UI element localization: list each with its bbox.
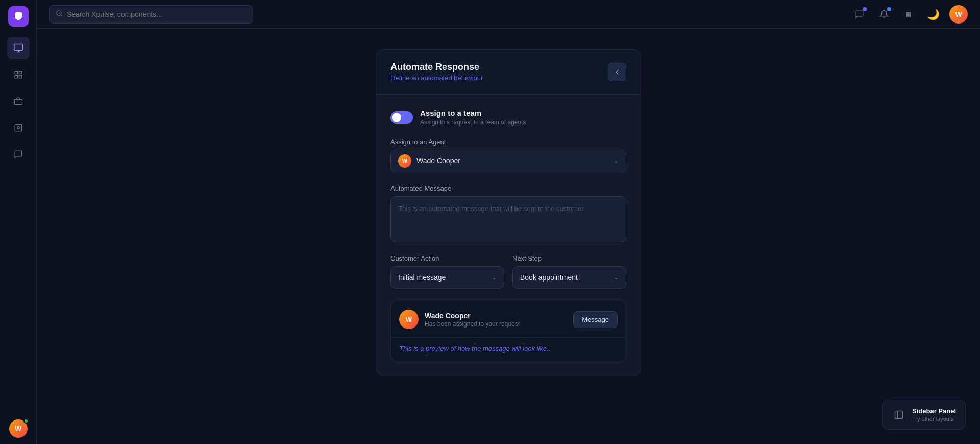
assign-team-row: Assign to a team Assign this request to …	[390, 109, 626, 126]
action-step-row: Customer Action Initial message ⌄ Next S…	[390, 254, 626, 289]
preview-agent-avatar: W	[399, 310, 419, 329]
search-bar[interactable]	[49, 5, 253, 24]
svg-point-13	[908, 13, 909, 14]
svg-point-9	[906, 12, 908, 13]
svg-rect-18	[895, 411, 903, 418]
svg-point-8	[57, 10, 61, 15]
toggle-label: Assign to a team	[420, 109, 526, 118]
sidebar-item-briefcase[interactable]	[7, 90, 30, 112]
customer-action-chevron: ⌄	[492, 274, 497, 281]
bell-icon[interactable]	[876, 6, 892, 22]
svg-point-10	[908, 12, 909, 13]
sidebar-item-message[interactable]	[7, 143, 30, 166]
svg-rect-6	[15, 124, 22, 131]
svg-point-17	[910, 15, 911, 16]
assign-agent-field: Assign to an Agent W Wade Cooper ⌄	[390, 138, 626, 172]
sidebar: W	[0, 0, 37, 444]
agent-select-value: Wade Cooper	[416, 157, 608, 165]
customer-action-select[interactable]: Initial message ⌄	[390, 266, 504, 289]
chat-icon[interactable]	[851, 6, 868, 22]
svg-rect-2	[19, 71, 21, 74]
svg-point-11	[910, 12, 911, 13]
svg-point-7	[17, 127, 19, 129]
preview-agent-status: Has been assigned to your request	[425, 320, 567, 328]
preview-agent-row: W Wade Cooper Has been assigned to your …	[391, 301, 626, 337]
svg-rect-1	[15, 71, 17, 74]
svg-rect-5	[14, 99, 22, 105]
next-step-label: Next Step	[512, 254, 626, 262]
theme-toggle[interactable]: 🌙	[925, 6, 941, 22]
toggle-knob	[392, 113, 401, 122]
automate-response-card: Automate Response Define an automated be…	[376, 49, 641, 376]
sidebar-panel-title: Sidebar Panel	[912, 407, 956, 415]
assign-agent-select[interactable]: W Wade Cooper ⌄	[390, 150, 626, 172]
sidebar-item-inbox[interactable]	[7, 37, 30, 59]
search-input[interactable]	[67, 10, 247, 18]
svg-rect-0	[14, 44, 22, 51]
sidebar-user-avatar[interactable]: W	[9, 419, 28, 438]
customer-action-value: Initial message	[398, 273, 486, 282]
chat-badge	[863, 7, 867, 11]
topbar: 🌙 W	[37, 0, 980, 29]
card-title: Automate Response	[390, 62, 483, 73]
topbar-avatar[interactable]: W	[949, 5, 968, 24]
agent-select-chevron: ⌄	[614, 157, 619, 165]
card-header-text: Automate Response Define an automated be…	[390, 62, 483, 82]
agent-avatar: W	[398, 154, 411, 168]
sidebar-panel-toast[interactable]: Sidebar Panel Try other layouts	[882, 400, 966, 430]
preview-message-text: This is a preview of how the message wil…	[391, 337, 626, 361]
bell-badge	[887, 7, 891, 11]
svg-point-12	[906, 13, 908, 14]
next-step-chevron: ⌄	[614, 274, 619, 281]
sidebar-item-layout[interactable]	[7, 116, 30, 139]
logo[interactable]	[8, 6, 29, 27]
automated-message-label: Automated Message	[390, 184, 626, 192]
preview-agent-name: Wade Cooper	[425, 312, 567, 320]
sidebar-item-grid[interactable]	[7, 63, 30, 86]
page-content: Automate Response Define an automated be…	[37, 29, 980, 444]
svg-point-15	[906, 15, 908, 16]
card-header: Automate Response Define an automated be…	[376, 50, 641, 95]
assign-agent-label: Assign to an Agent	[390, 138, 626, 146]
automated-message-field: Automated Message	[390, 184, 626, 242]
customer-action-field: Customer Action Initial message ⌄	[390, 254, 504, 289]
next-step-field: Next Step Book appointment ⌄	[512, 254, 626, 289]
assign-team-toggle[interactable]	[390, 111, 413, 124]
apps-icon[interactable]	[900, 6, 917, 22]
next-step-select[interactable]: Book appointment ⌄	[512, 266, 626, 289]
svg-rect-4	[19, 76, 21, 78]
svg-rect-3	[15, 76, 17, 78]
sidebar-panel-icon	[892, 408, 906, 422]
topbar-right: 🌙 W	[851, 5, 968, 24]
search-icon	[56, 10, 63, 19]
preview-card: W Wade Cooper Has been assigned to your …	[390, 301, 626, 361]
preview-agent-info: Wade Cooper Has been assigned to your re…	[425, 312, 567, 328]
card-subtitle: Define an automated behaviour	[390, 74, 483, 82]
sidebar-panel-subtitle: Try other layouts	[912, 416, 956, 422]
main-area: 🌙 W Automate Response Define an automate…	[37, 0, 980, 444]
back-button[interactable]	[608, 63, 626, 81]
automated-message-textarea[interactable]	[390, 196, 626, 242]
customer-action-label: Customer Action	[390, 254, 504, 262]
next-step-value: Book appointment	[520, 273, 608, 282]
card-body: Assign to a team Assign this request to …	[376, 95, 641, 376]
message-button[interactable]: Message	[573, 311, 618, 328]
svg-point-14	[910, 13, 911, 14]
online-indicator	[23, 418, 29, 424]
sidebar-panel-text: Sidebar Panel Try other layouts	[912, 407, 956, 422]
toggle-text: Assign to a team Assign this request to …	[420, 109, 526, 126]
toggle-description: Assign this request to a team of agents	[420, 119, 526, 126]
svg-point-16	[908, 15, 909, 16]
